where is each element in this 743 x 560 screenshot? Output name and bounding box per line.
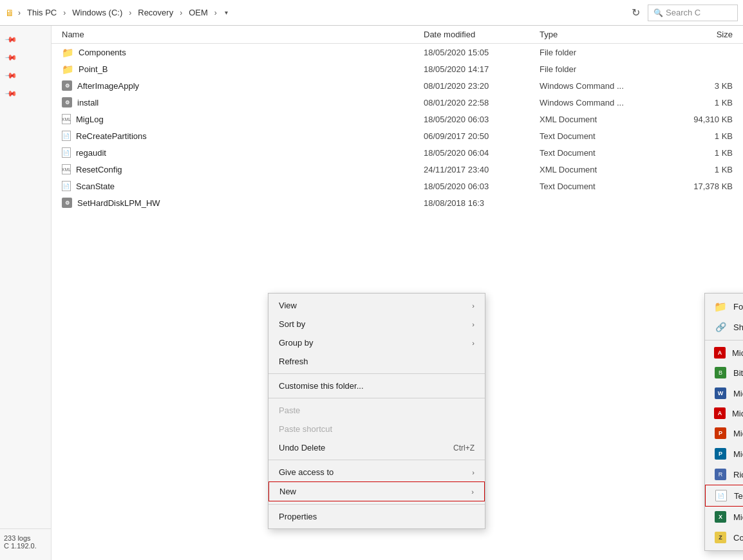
xml-icon: XML [62,164,71,174]
sub-item-access-db1[interactable]: A Microsoft Access Database [705,343,743,362]
sub-item-excel[interactable]: X Microsoft Excel Worksheet [705,507,743,527]
sub-item-folder[interactable]: 📁 Folder [705,296,743,317]
sub-label-rtf: Rich Text Format [733,470,743,480]
sub-item-shortcut[interactable]: 🔗 Shortcut [705,317,743,337]
file-type: File folder [540,48,668,57]
ctx-item-groupby[interactable]: Group by › [268,333,485,352]
ctx-item-new[interactable]: New › [268,481,485,501]
sub-item-publisher[interactable]: P Microsoft Publisher Document [705,443,743,464]
sub-item-bitmap[interactable]: B Bitmap image [705,362,743,383]
file-row[interactable]: XML MigLog 18/05/2020 06:03 XML Document… [52,111,743,127]
ctx-label-customise: Customise this folder... [279,381,364,391]
file-row[interactable]: XML ResetConfig 24/11/2017 23:40 XML Doc… [52,161,743,178]
file-name: XML MigLog [62,114,424,124]
ctx-item-undodelete[interactable]: Undo Delete Ctrl+Z [268,438,485,457]
file-name-text: regaudit [76,148,106,158]
sidebar-pin-3[interactable]: 📌 [0,67,51,84]
file-row[interactable]: 📄 ScanState 18/05/2020 06:03 Text Docume… [52,178,743,194]
sub-label-shortcut: Shortcut [733,322,743,332]
sub-label-access-db1: Microsoft Access Database [732,348,743,358]
ctx-item-view[interactable]: View › [268,296,485,315]
file-date: 18/05/2020 06:03 [424,115,540,124]
ctx-item-properties[interactable]: Properties [268,507,485,526]
sub-item-zip[interactable]: Z Compressed (zipped) Folder [705,527,743,548]
file-date: 18/08/2018 16:3 [424,198,540,208]
sub-label-excel: Microsoft Excel Worksheet [733,512,743,522]
file-row[interactable]: 📁 Point_B 18/05/2020 14:17 File folder [52,61,743,77]
ctx-label-view: View [279,301,297,310]
file-row[interactable]: ⚙ install 08/01/2020 22:58 Windows Comma… [52,94,743,111]
pin-icon-1: 📌 [5,33,18,46]
ctx-label-refresh: Refresh [279,357,308,366]
address-dropdown-button[interactable]: ▾ [221,8,232,17]
ctx-separator [268,398,485,398]
file-size: 1 KB [668,131,733,141]
ctx-item-pasteshortcut: Paste shortcut [268,420,485,438]
col-header-name[interactable]: Name [62,30,424,39]
sub-separator [705,340,743,341]
sub-pub-icon: P [714,447,727,460]
ctx-item-paste: Paste [268,401,485,420]
main-area: 📌 📌 📌 📌 233 logs C 1.192.0. Name Date mo… [0,26,743,560]
sub-item-word[interactable]: W Microsoft Word Document [705,383,743,404]
file-size: 94,310 KB [668,115,733,124]
file-row[interactable]: 📄 ReCreatePartitions 06/09/2017 20:50 Te… [52,127,743,144]
file-row[interactable]: 📄 regaudit 18/05/2020 06:04 Text Documen… [52,144,743,161]
file-row[interactable]: ⚙ SetHardDiskLPM_HW 18/08/2018 16:3 [52,194,743,211]
file-name: 📁 Components [62,47,424,57]
file-name-text: ReCreatePartitions [76,131,147,141]
sub-rtf-icon: R [714,468,727,481]
file-row[interactable]: 📁 Components 18/05/2020 15:05 File folde… [52,44,743,61]
col-header-date[interactable]: Date modified [424,30,540,39]
sidebar-pin-4[interactable]: 📌 [0,85,51,102]
ctx-label-undodelete: Undo Delete [279,443,325,453]
ctx-label-groupby: Group by [279,338,313,348]
folder-icon: 📁 [62,64,73,74]
ctx-item-sortby[interactable]: Sort by › [268,315,485,333]
refresh-button[interactable]: ↻ [626,5,645,20]
file-name-text: ScanState [76,182,115,191]
cmd-icon: ⚙ [62,198,72,208]
sub-item-txt[interactable]: 📄 Text Document [705,485,743,507]
file-date: 18/05/2020 06:04 [424,148,540,158]
file-row[interactable]: ⚙ AfterImageApply 08/01/2020 23:20 Windo… [52,77,743,94]
this-pc-icon: 🖥 [5,8,14,18]
breadcrumb-recovery[interactable]: Recovery [135,6,176,19]
breadcrumb-this-pc[interactable]: This PC [24,6,59,19]
file-name: ⚙ SetHardDiskLPM_HW [62,198,424,208]
txt-icon: 📄 [62,147,71,158]
ctx-label-giveaccess: Give access to [279,467,334,477]
file-name: ⚙ AfterImageApply [62,80,424,91]
file-date: 08/01/2020 22:58 [424,98,540,107]
sub-label-publisher: Microsoft Publisher Document [733,449,743,459]
cmd-icon: ⚙ [62,97,72,107]
sub-item-rtf[interactable]: R Rich Text Format [705,464,743,485]
sidebar-pin-2[interactable]: 📌 [0,49,51,66]
sub-label-folder: Folder [733,302,743,312]
col-header-type[interactable]: Type [540,30,668,39]
file-name: 📄 regaudit [62,147,424,158]
ctx-item-giveaccess[interactable]: Give access to › [268,463,485,481]
file-date: 08/01/2020 23:20 [424,81,540,91]
sub-bitmap-icon: B [714,366,727,379]
sub-label-zip: Compressed (zipped) Folder [733,533,743,543]
sub-item-powerpoint[interactable]: P Microsoft PowerPoint Presentation [705,423,743,443]
address-bar: 🖥 › This PC › Windows (C:) › Recovery › … [0,0,743,26]
sidebar-pin-1[interactable]: 📌 [0,31,51,48]
breadcrumb-oem[interactable]: OEM [186,6,211,19]
ctx-item-customise[interactable]: Customise this folder... [268,377,485,395]
sub-zip-icon: Z [714,531,727,544]
file-list: 📁 Components 18/05/2020 15:05 File folde… [52,44,743,211]
xml-icon: XML [62,114,71,124]
sub-label-bitmap: Bitmap image [733,368,743,378]
file-date: 18/05/2020 06:03 [424,182,540,191]
col-header-size[interactable]: Size [668,30,733,39]
ctx-arrow-giveaccess: › [472,469,475,476]
file-name-text: install [77,98,99,107]
ctx-separator [268,373,485,374]
sub-item-access-db2[interactable]: A Microsoft Access Database [705,404,743,423]
file-name-text: Components [79,48,126,57]
ctx-item-refresh[interactable]: Refresh [268,352,485,371]
breadcrumb-windows-c[interactable]: Windows (C:) [70,6,125,19]
ctx-separator [268,504,485,505]
